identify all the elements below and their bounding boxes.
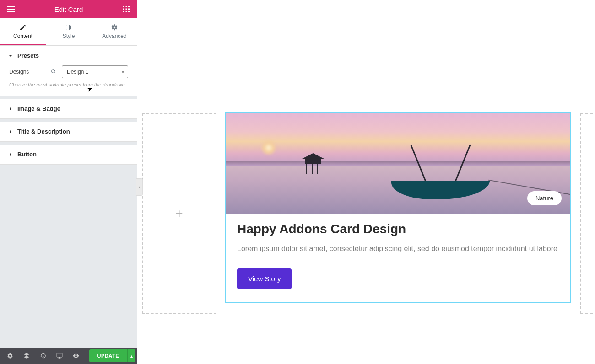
svg-rect-4 bbox=[126, 9, 127, 10]
sidebar-header: Edit Card bbox=[0, 0, 137, 18]
section-title: Title & Description bbox=[17, 128, 70, 135]
section-title: Image & Badge bbox=[17, 105, 60, 112]
card-body: Happy Addons Card Design Lorem ipsum dol… bbox=[226, 214, 570, 302]
navigator-icon[interactable] bbox=[18, 348, 35, 364]
sidebar-collapse-toggle[interactable]: ‹ bbox=[136, 178, 143, 196]
sidebar-title: Edit Card bbox=[16, 5, 121, 13]
svg-rect-0 bbox=[123, 6, 124, 7]
update-button[interactable]: UPDATE bbox=[89, 349, 127, 362]
editor-tabs: Content Style Advanced bbox=[0, 18, 137, 46]
section-image-badge: Image & Badge bbox=[0, 99, 137, 119]
panel-content: Presets Designs Design 1 Choose the most… bbox=[0, 46, 137, 348]
empty-column-right[interactable] bbox=[580, 113, 595, 314]
update-button-group: UPDATE ▴ bbox=[89, 349, 135, 362]
section-header-button[interactable]: Button bbox=[0, 145, 137, 164]
designs-label: Designs bbox=[9, 69, 45, 75]
section-body-presets: Designs Design 1 Choose the most suitabl… bbox=[0, 65, 137, 96]
responsive-icon[interactable] bbox=[51, 348, 68, 364]
card-button[interactable]: View Story bbox=[237, 268, 292, 289]
caret-right-icon bbox=[8, 107, 13, 111]
designs-control: Designs Design 1 bbox=[9, 65, 128, 78]
section-title: Presets bbox=[17, 52, 39, 59]
section-presets: Presets Designs Design 1 Choose the most… bbox=[0, 46, 137, 96]
canvas-area: + Nature Happy Addons bbox=[137, 0, 595, 364]
section-header-image-badge[interactable]: Image & Badge bbox=[0, 99, 137, 118]
card-description: Lorem ipsum dolor sit amet, consectetur … bbox=[237, 243, 559, 255]
tab-content[interactable]: Content bbox=[0, 18, 46, 45]
card-widget[interactable]: Nature Happy Addons Card Design Lorem ip… bbox=[225, 112, 571, 303]
sidebar-footer: UPDATE ▴ bbox=[0, 348, 137, 364]
add-widget-icon: + bbox=[175, 206, 183, 221]
tab-label: Content bbox=[13, 33, 32, 39]
history-icon[interactable] bbox=[35, 348, 51, 364]
caret-right-icon bbox=[8, 129, 13, 134]
editor-sidebar: Edit Card Content Style Advanced Pres bbox=[0, 0, 137, 364]
svg-rect-1 bbox=[126, 6, 127, 7]
preset-help-text: Choose the most suitable preset from the… bbox=[9, 82, 128, 87]
svg-rect-5 bbox=[128, 9, 130, 10]
svg-rect-7 bbox=[126, 11, 127, 12]
section-button: Button bbox=[0, 145, 137, 165]
update-options-toggle[interactable]: ▴ bbox=[127, 349, 135, 362]
svg-rect-3 bbox=[123, 9, 124, 10]
apps-grid-icon[interactable] bbox=[121, 6, 132, 12]
caret-down-icon bbox=[8, 54, 13, 58]
refresh-icon[interactable] bbox=[49, 66, 58, 78]
section-header-presets[interactable]: Presets bbox=[0, 46, 137, 65]
designs-dropdown[interactable]: Design 1 bbox=[62, 65, 128, 78]
hamburger-menu-icon[interactable] bbox=[5, 6, 16, 12]
section-title: Button bbox=[17, 151, 37, 158]
preview-icon[interactable] bbox=[68, 348, 84, 364]
tab-advanced[interactable]: Advanced bbox=[92, 18, 137, 45]
tab-label: Advanced bbox=[102, 33, 126, 39]
caret-right-icon bbox=[8, 152, 13, 157]
empty-column-left[interactable]: + bbox=[142, 113, 216, 314]
card-image: Nature bbox=[226, 113, 570, 214]
settings-icon[interactable] bbox=[2, 348, 18, 364]
card-title: Happy Addons Card Design bbox=[237, 222, 559, 236]
svg-rect-2 bbox=[128, 6, 130, 7]
tab-label: Style bbox=[63, 33, 75, 39]
section-header-title-description[interactable]: Title & Description bbox=[0, 122, 137, 141]
section-title-description: Title & Description bbox=[0, 122, 137, 142]
svg-rect-8 bbox=[128, 11, 130, 12]
svg-rect-6 bbox=[123, 11, 124, 12]
tab-style[interactable]: Style bbox=[46, 18, 92, 45]
card-badge: Nature bbox=[527, 191, 562, 205]
